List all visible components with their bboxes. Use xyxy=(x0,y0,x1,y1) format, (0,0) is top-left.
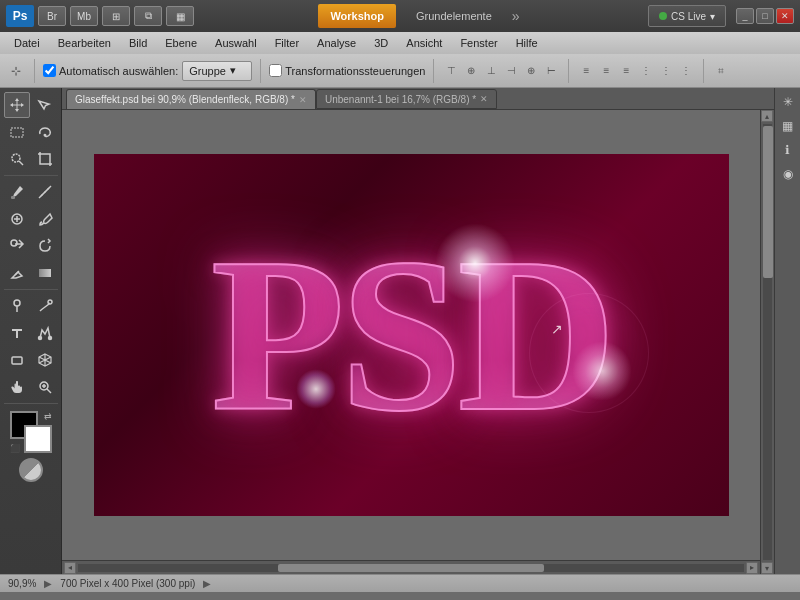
svg-line-20 xyxy=(47,389,51,393)
menu-3d[interactable]: 3D xyxy=(366,35,396,51)
svg-rect-18 xyxy=(12,357,22,364)
menu-ansicht[interactable]: Ansicht xyxy=(398,35,450,51)
history-brush-tool[interactable] xyxy=(32,233,58,259)
svg-point-16 xyxy=(38,337,41,340)
move-tool[interactable] xyxy=(4,92,30,118)
view-button[interactable]: ▦ xyxy=(166,6,194,26)
h-scrollbar[interactable]: ◂ ▸ xyxy=(62,560,760,574)
transform-controls-checkbox[interactable]: Transformationssteuerungen xyxy=(269,64,425,77)
layout-button[interactable]: ⊞ xyxy=(102,6,130,26)
dodge-tool[interactable] xyxy=(4,293,30,319)
align-bottom-edge-icon[interactable]: ⊥ xyxy=(482,62,500,80)
document-tab-2[interactable]: Unbenannt-1 bei 16,7% (RGB/8) * ✕ xyxy=(316,89,497,109)
arrange-button[interactable]: ⧉ xyxy=(134,6,162,26)
tab-2-close-icon[interactable]: ✕ xyxy=(480,94,488,104)
bridge-button[interactable]: Br xyxy=(38,6,66,26)
swap-colors-icon[interactable]: ⇄ xyxy=(44,411,52,421)
v-scroll-down-button[interactable]: ▾ xyxy=(761,562,773,574)
h-scroll-right-button[interactable]: ▸ xyxy=(746,562,758,574)
gradient-tool[interactable] xyxy=(32,260,58,286)
spot-heal-tool[interactable] xyxy=(4,206,30,232)
svg-point-1 xyxy=(12,154,20,162)
panel-color-icon[interactable]: ◉ xyxy=(778,164,798,184)
distribute-top-icon[interactable]: ≡ xyxy=(577,62,595,80)
svg-rect-0 xyxy=(11,128,23,137)
more-workspaces-arrow[interactable]: » xyxy=(512,8,520,24)
mini-bridge-button[interactable]: Mb xyxy=(70,6,98,26)
auto-select-value: Gruppe xyxy=(189,65,226,77)
tab-2-label: Unbenannt-1 bei 16,7% (RGB/8) * xyxy=(325,94,476,105)
h-scroll-left-button[interactable]: ◂ xyxy=(64,562,76,574)
hand-tool[interactable] xyxy=(4,374,30,400)
cs-live-button[interactable]: CS Live ▾ xyxy=(648,5,726,27)
menu-bearbeiten[interactable]: Bearbeiten xyxy=(50,35,119,51)
auto-select-checkbox[interactable]: Automatisch auswählen: xyxy=(43,64,178,77)
canvas-wrapper[interactable]: PSD ↗ xyxy=(62,110,760,560)
menu-fenster[interactable]: Fenster xyxy=(452,35,505,51)
align-v-center-icon[interactable]: ⊕ xyxy=(462,62,480,80)
auto-select-check[interactable] xyxy=(43,64,56,77)
close-button[interactable]: ✕ xyxy=(776,8,794,24)
v-scroll-track[interactable] xyxy=(763,124,772,560)
distribute-left-icon[interactable]: ⋮ xyxy=(637,62,655,80)
menu-filter[interactable]: Filter xyxy=(267,35,307,51)
reset-colors-icon[interactable]: ⬛ xyxy=(10,444,20,453)
align-right-edge-icon[interactable]: ⊢ xyxy=(542,62,560,80)
svg-rect-12 xyxy=(39,269,51,277)
distribute-bottom-icon[interactable]: ≡ xyxy=(617,62,635,80)
status-forward-icon[interactable]: ▶ xyxy=(203,578,211,589)
ruler-tool[interactable] xyxy=(32,179,58,205)
distribute-right-icon[interactable]: ⋮ xyxy=(677,62,695,80)
maximize-button[interactable]: □ xyxy=(756,8,774,24)
h-scroll-track[interactable] xyxy=(78,564,744,572)
auto-align-icon[interactable]: ⌗ xyxy=(712,62,730,80)
quick-select-tool[interactable] xyxy=(4,146,30,172)
quick-mask-button[interactable] xyxy=(19,458,43,482)
3d-tool[interactable] xyxy=(32,347,58,373)
clone-stamp-tool[interactable] xyxy=(4,233,30,259)
v-scroll-up-button[interactable]: ▴ xyxy=(761,110,773,122)
crop-tool[interactable] xyxy=(32,146,58,172)
separator-5 xyxy=(703,59,704,83)
grundelemente-tab[interactable]: Grundelemente xyxy=(404,4,504,28)
type-tool[interactable] xyxy=(4,320,30,346)
zoom-tool[interactable] xyxy=(32,374,58,400)
panel-info-icon[interactable]: ℹ xyxy=(778,140,798,160)
color-swatch[interactable]: ⬛ ⇄ xyxy=(10,411,52,453)
canvas-with-vscroll: PSD ↗ ◂ ▸ xyxy=(62,110,774,574)
rectangular-marquee-tool[interactable] xyxy=(4,119,30,145)
pen-tool[interactable] xyxy=(32,293,58,319)
menu-hilfe[interactable]: Hilfe xyxy=(508,35,546,51)
workshop-tab[interactable]: Workshop xyxy=(318,4,396,28)
menu-datei[interactable]: Datei xyxy=(6,35,48,51)
background-color[interactable] xyxy=(24,425,52,453)
v-scroll-thumb[interactable] xyxy=(763,126,773,279)
distribute-h-icon[interactable]: ⋮ xyxy=(657,62,675,80)
h-scroll-thumb[interactable] xyxy=(278,564,544,572)
menu-analyse[interactable]: Analyse xyxy=(309,35,364,51)
menu-auswahl[interactable]: Auswahl xyxy=(207,35,265,51)
menu-bild[interactable]: Bild xyxy=(121,35,155,51)
document-tab-1[interactable]: Glaseffekt.psd bei 90,9% (Blendenfleck, … xyxy=(66,89,316,109)
svg-point-13 xyxy=(14,300,20,306)
shape-tool[interactable] xyxy=(4,347,30,373)
path-select-tool[interactable] xyxy=(32,320,58,346)
panel-compass-icon[interactable]: ✳ xyxy=(778,92,798,112)
minimize-button[interactable]: _ xyxy=(736,8,754,24)
auto-select-dropdown[interactable]: Gruppe ▾ xyxy=(182,61,252,81)
brush-tool[interactable] xyxy=(32,206,58,232)
tab-1-close-icon[interactable]: ✕ xyxy=(299,95,307,105)
align-left-edge-icon[interactable]: ⊣ xyxy=(502,62,520,80)
status-nav-icon[interactable]: ▶ xyxy=(44,578,52,589)
v-scrollbar[interactable]: ▴ ▾ xyxy=(760,110,774,574)
eyedropper-tool[interactable] xyxy=(4,179,30,205)
transform-check[interactable] xyxy=(269,64,282,77)
menu-ebene[interactable]: Ebene xyxy=(157,35,205,51)
eraser-tool[interactable] xyxy=(4,260,30,286)
lasso-tool[interactable] xyxy=(32,119,58,145)
distribute-v-icon[interactable]: ≡ xyxy=(597,62,615,80)
panel-histogram-icon[interactable]: ▦ xyxy=(778,116,798,136)
selection-tool[interactable] xyxy=(32,92,58,118)
align-h-center-icon[interactable]: ⊕ xyxy=(522,62,540,80)
align-top-edge-icon[interactable]: ⊤ xyxy=(442,62,460,80)
